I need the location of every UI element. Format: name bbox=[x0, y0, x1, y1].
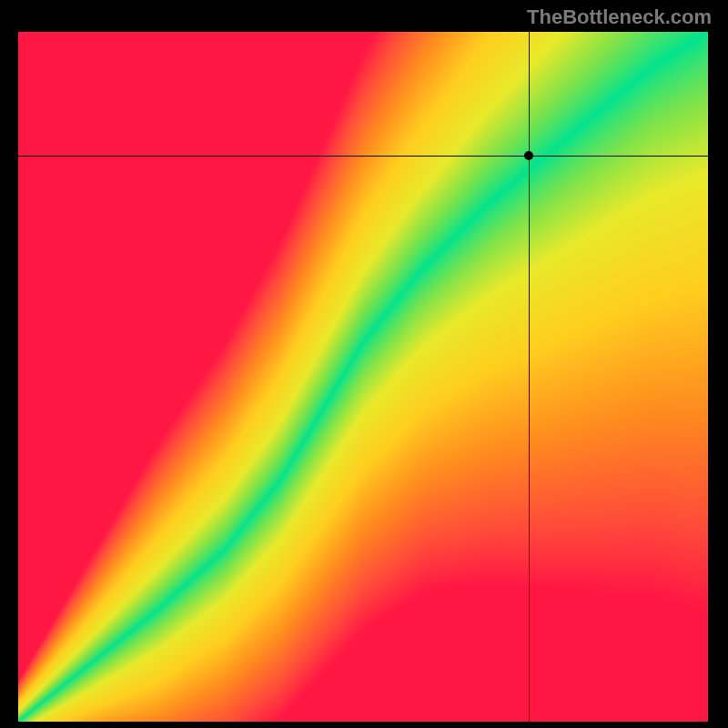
attribution-text: TheBottleneck.com bbox=[527, 5, 712, 29]
crosshair-marker bbox=[524, 151, 533, 160]
plot-area bbox=[18, 32, 708, 722]
crosshair-vertical bbox=[529, 32, 530, 722]
heatmap-canvas bbox=[18, 32, 708, 722]
chart-container: TheBottleneck.com bbox=[0, 0, 728, 728]
crosshair-horizontal bbox=[18, 156, 708, 157]
